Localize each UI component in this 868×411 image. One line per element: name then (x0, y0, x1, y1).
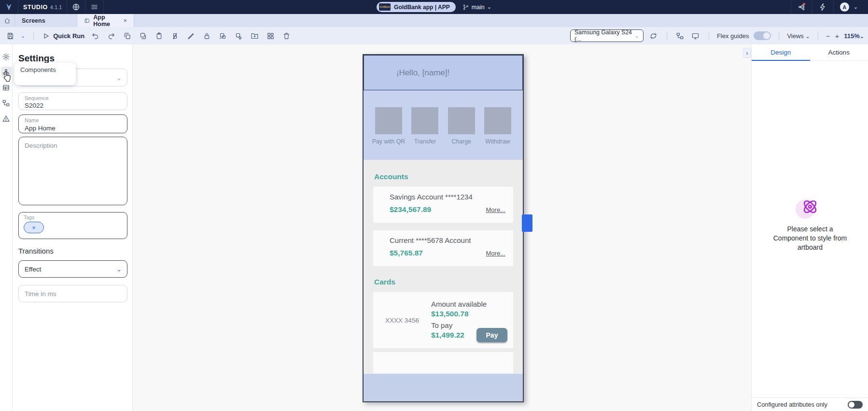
save-options-chevron[interactable]: ⌄ (21, 33, 25, 39)
close-tab-icon[interactable]: × (123, 17, 127, 24)
tab-app-home[interactable]: App Home × (77, 14, 134, 27)
mouse-cursor-hand (2, 71, 12, 82)
quick-action-charge[interactable]: Charge (446, 107, 477, 160)
more-link[interactable]: More... (486, 250, 505, 257)
name-field[interactable]: Name (18, 114, 127, 133)
name-input[interactable] (25, 125, 121, 132)
credit-card-row[interactable]: XXXX 3456 Amount available $13,500.78 To… (373, 292, 513, 348)
greeting-header-component[interactable]: ¡Hello, [name]! (364, 55, 523, 90)
hierarchy-icon (676, 32, 684, 40)
add-to-folder-button[interactable] (249, 30, 260, 41)
quick-action-withdraw[interactable]: Withdraw (482, 107, 514, 160)
refresh-preview-button[interactable] (648, 30, 659, 41)
views-label: Views (787, 32, 803, 40)
paste-style-icon (235, 32, 243, 40)
phone-artboard[interactable]: ¡Hello, [name]! Pay with QR Transfer Cha… (363, 54, 524, 402)
account-name: Current ****5678 Account (390, 236, 505, 244)
navigation-tree-rail-button[interactable] (1, 98, 12, 108)
warnings-rail-button[interactable] (1, 113, 12, 124)
quick-run-button[interactable]: Quick Run (42, 32, 84, 40)
quick-run-label: Quick Run (53, 32, 84, 40)
brand-version: 4.1.1 (50, 4, 62, 10)
transitions-title: Transitions (18, 247, 132, 256)
notification-dot (803, 3, 805, 5)
description-field[interactable] (18, 137, 127, 205)
time-input[interactable] (25, 290, 121, 298)
components-tooltip: Components (14, 63, 76, 85)
components-button[interactable] (265, 30, 276, 41)
remove-tag-icon[interactable]: × (32, 224, 36, 231)
main-menu-button[interactable] (85, 0, 104, 14)
layout-tree-button[interactable] (675, 30, 686, 41)
tab-screens[interactable]: Screens (15, 14, 77, 27)
tab-actions[interactable]: Actions (810, 44, 868, 60)
lock-button[interactable] (201, 30, 212, 41)
action-image-placeholder (484, 107, 511, 134)
action-label: Transfer (414, 138, 436, 145)
effect-dropdown[interactable]: Effect ⌄ (18, 260, 127, 278)
account-row[interactable]: Current ****5678 Account $5,765.87 More.… (373, 230, 513, 266)
tags-field[interactable]: Tags × (18, 212, 127, 239)
home-button[interactable] (0, 14, 15, 27)
toolbar-divider (709, 31, 709, 40)
refresh-icon (649, 32, 658, 40)
brush-icon (187, 32, 195, 40)
app-logo[interactable] (0, 0, 18, 14)
account-menu[interactable]: A ⌄ (833, 0, 864, 14)
redo-icon (107, 32, 115, 40)
pay-button[interactable]: Pay (476, 328, 507, 342)
time-field[interactable] (18, 285, 127, 302)
greeting-text: ¡Hello, [name]! (396, 68, 450, 78)
account-row[interactable]: Savings Account ****1234 $234,567.89 Mor… (373, 187, 513, 223)
flex-guides-toggle[interactable] (754, 31, 771, 40)
sequence-label: Sequence (25, 95, 121, 101)
account-amount: $5,765.87 (390, 249, 423, 257)
tab-design[interactable]: Design (752, 44, 810, 60)
delete-button[interactable] (281, 30, 292, 41)
zoom-in-button[interactable]: + (835, 32, 839, 40)
topbar-right: A ⌄ (791, 0, 864, 14)
hamburger-icon (90, 3, 98, 11)
collapse-panel-button[interactable]: › (743, 48, 751, 58)
undo-button[interactable] (90, 30, 100, 41)
save-button[interactable] (5, 30, 15, 41)
configured-attributes-toggle[interactable] (848, 401, 863, 409)
design-canvas[interactable]: ¡Hello, [name]! Pay with QR Transfer Cha… (133, 44, 751, 411)
style-brush-button[interactable] (185, 30, 196, 41)
settings-rail-button[interactable] (1, 51, 12, 62)
clear-format-button[interactable] (169, 30, 180, 41)
description-textarea[interactable] (25, 142, 121, 193)
tag-chip[interactable]: × (24, 222, 44, 233)
integrations-button[interactable] (791, 0, 812, 14)
redo-button[interactable] (106, 30, 116, 41)
empty-card-placeholder[interactable] (373, 352, 513, 373)
quick-actions-button[interactable] (812, 0, 833, 14)
views-dropdown[interactable]: Views ⌄ (787, 32, 810, 40)
selection-resize-handle[interactable] (522, 214, 532, 232)
chevron-down-icon: ⌄ (805, 33, 810, 39)
zoom-level-dropdown[interactable]: 115%⌄ (844, 32, 864, 40)
quick-actions-row[interactable]: Pay with QR Transfer Charge Withdraw (364, 90, 523, 160)
data-table-rail-button[interactable] (1, 82, 12, 93)
sequence-field[interactable]: Sequence S2022 (18, 92, 127, 110)
table-icon (2, 84, 10, 92)
copy-style-button[interactable] (217, 30, 228, 41)
copy-button[interactable] (122, 30, 132, 41)
paste-button[interactable] (154, 30, 164, 41)
paste-style-button[interactable] (233, 30, 244, 41)
play-icon (42, 32, 50, 40)
branch-selector[interactable]: main ⌄ (462, 4, 491, 11)
more-link[interactable]: More... (486, 206, 505, 213)
preview-monitor-button[interactable] (690, 30, 701, 41)
language-button[interactable] (67, 0, 85, 14)
zoom-out-button[interactable]: − (826, 32, 830, 40)
brand-block: STUDIO 4.1.1 (18, 0, 67, 14)
quick-action-transfer[interactable]: Transfer (409, 107, 441, 160)
tab-label: App Home (93, 14, 120, 28)
document-tab-bar: Screens App Home × (0, 14, 868, 27)
chevron-down-icon: ⌄ (860, 33, 864, 39)
cut-button[interactable] (138, 30, 148, 41)
project-selector[interactable]: GoldBank GoldBank app | APP (377, 2, 456, 12)
quick-action-pay-qr[interactable]: Pay with QR (373, 107, 405, 160)
device-selector[interactable]: Samsung Galaxy S24 (... ⌄ (570, 29, 644, 42)
